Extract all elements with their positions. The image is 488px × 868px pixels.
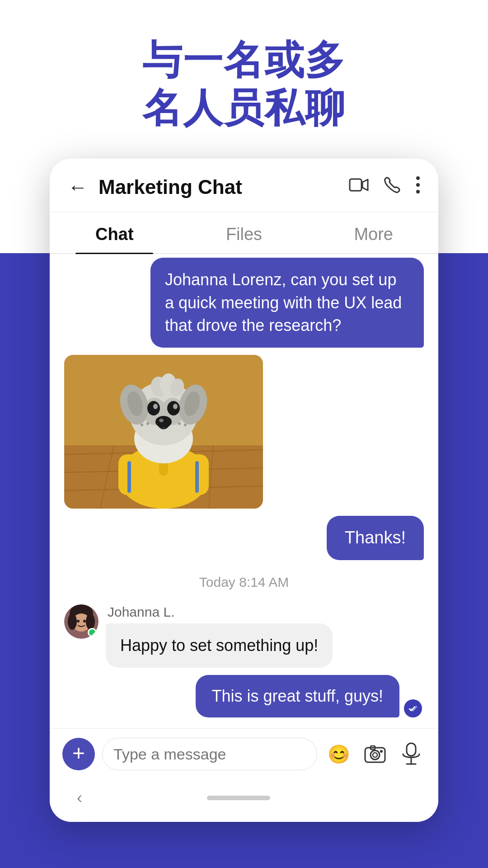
online-status-dot (88, 628, 97, 637)
svg-point-48 (373, 753, 377, 757)
svg-point-43 (86, 613, 95, 630)
svg-point-32 (146, 422, 149, 425)
chat-header: ← Marketing Chat (50, 159, 438, 212)
svg-rect-16 (195, 461, 199, 493)
svg-point-27 (167, 401, 180, 415)
read-receipt-icon (404, 699, 422, 717)
emoji-icon: 😊 (328, 744, 350, 765)
system-back-button[interactable]: ‹ (77, 788, 82, 807)
hero-line2: 名人员私聊 (142, 85, 346, 130)
svg-rect-51 (407, 743, 416, 756)
dog-image (64, 355, 263, 509)
hero-line1: 与一名或多 (142, 38, 346, 82)
svg-point-47 (371, 750, 380, 760)
microphone-icon (400, 742, 422, 766)
back-button[interactable]: ← (68, 177, 88, 197)
messages-area: Johanna Lorenz, can you set up a quick m… (50, 254, 438, 728)
message-input-area: + 😊 (50, 728, 438, 779)
svg-point-4 (416, 190, 420, 193)
video-call-icon[interactable] (349, 175, 369, 199)
chat-title: Marketing Chat (99, 176, 349, 198)
svg-point-3 (416, 183, 420, 187)
camera-icon (363, 742, 387, 766)
tab-more[interactable]: More (309, 212, 438, 253)
bottom-navigation: ‹ (50, 779, 438, 822)
avatar-johanna (64, 604, 99, 639)
svg-point-45 (83, 620, 86, 623)
svg-point-42 (68, 613, 77, 630)
svg-point-44 (77, 620, 80, 623)
svg-point-30 (155, 416, 172, 428)
phone-card: ← Marketing Chat (50, 159, 438, 822)
timestamp-1: Today 8:14 AM (64, 575, 424, 590)
message-incoming-johanna: Johanna L. Happy to set something up! (64, 604, 333, 668)
svg-point-34 (178, 422, 181, 425)
incoming-message-content: Johanna L. Happy to set something up! (106, 604, 333, 668)
microphone-button[interactable] (397, 740, 426, 769)
tab-files[interactable]: Files (179, 212, 309, 253)
svg-rect-15 (127, 461, 131, 493)
phone-call-icon[interactable] (383, 176, 401, 198)
more-options-icon[interactable] (416, 176, 420, 198)
svg-point-29 (173, 404, 178, 409)
camera-button[interactable] (361, 740, 389, 769)
sender-name: Johanna L. (106, 604, 333, 620)
message-input[interactable] (102, 738, 317, 770)
svg-point-28 (153, 404, 158, 409)
svg-point-31 (159, 419, 164, 422)
svg-point-35 (184, 424, 187, 426)
message-image (64, 355, 263, 509)
message-outgoing-thanks: Thanks! (327, 516, 424, 560)
tabs-bar: Chat Files More (50, 212, 438, 254)
header-icons (349, 175, 420, 199)
svg-point-50 (380, 750, 383, 753)
svg-point-33 (141, 424, 143, 426)
svg-marker-1 (362, 179, 368, 190)
home-indicator (207, 796, 270, 800)
svg-point-26 (147, 401, 160, 415)
tab-chat[interactable]: Chat (50, 212, 179, 253)
emoji-button[interactable]: 😊 (324, 740, 353, 769)
svg-point-2 (416, 176, 420, 180)
message-outgoing-great: This is great stuff, guys! (196, 675, 424, 717)
svg-rect-0 (350, 179, 361, 191)
message-text-johanna: Happy to set something up! (106, 623, 333, 668)
message-outgoing-1: Johanna Lorenz, can you set up a quick m… (150, 258, 424, 348)
add-attachment-button[interactable]: + (62, 738, 95, 770)
message-text-great: This is great stuff, guys! (196, 675, 400, 717)
hero-text: 与一名或多 名人员私聊 (142, 36, 346, 132)
